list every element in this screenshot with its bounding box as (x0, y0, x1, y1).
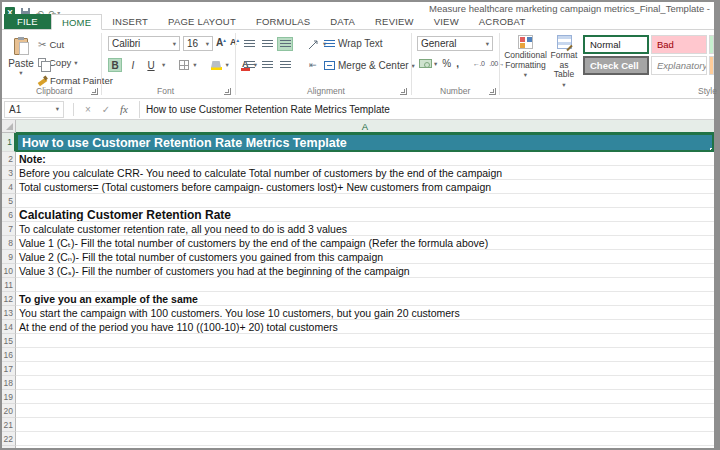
align-center-button[interactable] (259, 58, 275, 72)
row-header-20[interactable]: 20 (2, 404, 16, 418)
italic-button[interactable]: I (126, 58, 140, 72)
tab-page-layout[interactable]: PAGE LAYOUT (158, 14, 246, 29)
bold-button[interactable]: B (108, 58, 122, 72)
cut-button[interactable]: ✂ Cut (38, 38, 64, 51)
name-box-dropdown-icon[interactable]: ▾ (56, 105, 59, 113)
cell-A18[interactable] (16, 376, 714, 390)
comma-style-button[interactable]: , (456, 58, 459, 69)
tab-home[interactable]: HOME (51, 14, 102, 30)
cell-A8[interactable]: Value 1 (Cₜ)- Fill the total number of c… (16, 236, 714, 250)
orientation-button[interactable] (305, 37, 321, 51)
accounting-dropdown-icon[interactable]: ▾ (434, 60, 437, 68)
confirm-entry-icon[interactable]: ✓ (97, 104, 115, 115)
cell-A7[interactable]: To calculate customer retention rate, al… (16, 222, 714, 236)
name-box[interactable]: A1 ▾ (4, 101, 64, 118)
row-header-1[interactable]: 1 (2, 133, 16, 152)
paste-dropdown-icon[interactable]: ▾ (19, 69, 22, 77)
cell-style-sliver-input[interactable] (709, 56, 714, 75)
cell-A15[interactable] (16, 334, 714, 348)
top-align-button[interactable] (241, 37, 257, 51)
column-header-a[interactable]: A (16, 120, 714, 133)
tab-formulas[interactable]: FORMULAS (246, 14, 320, 29)
number-dialog-launcher-icon[interactable] (489, 88, 496, 95)
number-format-select[interactable]: General ▾ (417, 36, 493, 51)
cell-A5[interactable] (16, 194, 714, 208)
wrap-text-button[interactable]: Wrap Text (324, 38, 383, 49)
tab-insert[interactable]: INSERT (102, 14, 158, 29)
row-header-13[interactable]: 13 (2, 306, 16, 320)
row-header-22[interactable]: 22 (2, 432, 16, 446)
cell-A22[interactable] (16, 432, 714, 446)
tab-acrobat[interactable]: ACROBAT (469, 14, 536, 29)
tab-view[interactable]: VIEW (424, 14, 469, 29)
font-name-select[interactable]: Calibri ▾ (108, 36, 180, 51)
cell-A11[interactable] (16, 278, 714, 292)
font-size-select[interactable]: 16 ▾ (183, 36, 213, 51)
cell-A16[interactable] (16, 348, 714, 362)
cell-A6[interactable]: Calculating Customer Retention Rate (16, 208, 714, 222)
fill-color-button[interactable] (211, 61, 222, 70)
cell-A9[interactable]: Value 2 (Cₙ)- Fill the total number of c… (16, 250, 714, 264)
format-as-table-button[interactable]: Format as Table ▾ (548, 35, 580, 89)
row-header-17[interactable]: 17 (2, 362, 16, 376)
cell-A19[interactable] (16, 390, 714, 404)
row-header-2[interactable]: 2 (2, 152, 16, 166)
borders-dropdown-icon[interactable]: ▾ (193, 61, 196, 69)
cell-A2[interactable]: Note: (16, 152, 714, 166)
cell-A14[interactable]: At the end of the period you have 110 ((… (16, 320, 714, 334)
fill-color-dropdown-icon[interactable]: ▾ (226, 61, 229, 69)
formula-input[interactable]: How to use Customer Retention Rate Metri… (139, 101, 714, 118)
format-as-table-dropdown-icon[interactable]: ▾ (562, 80, 565, 90)
merge-center-dropdown-icon[interactable]: ▾ (412, 62, 415, 70)
cell-A17[interactable] (16, 362, 714, 376)
row-header-3[interactable]: 3 (2, 166, 16, 180)
row-header-16[interactable]: 16 (2, 348, 16, 362)
cell-style-normal[interactable]: Normal (583, 35, 649, 54)
conditional-formatting-dropdown-icon[interactable]: ▾ (524, 70, 527, 80)
row-header-11[interactable]: 11 (2, 278, 16, 292)
cell-A10[interactable]: Value 3 (Cₛ)- Fill the number of custome… (16, 264, 714, 278)
underline-dropdown-icon[interactable]: ▾ (162, 61, 165, 69)
merge-center-button[interactable]: Merge & Center ▾ (324, 60, 415, 71)
paste-button[interactable]: Paste ▾ (8, 36, 34, 86)
row-header-12[interactable]: 12 (2, 292, 16, 306)
cell-A23[interactable] (16, 446, 714, 448)
percent-style-button[interactable]: % (442, 58, 451, 69)
cell-A21[interactable] (16, 418, 714, 432)
clipboard-dialog-launcher-icon[interactable] (91, 88, 98, 95)
align-right-button[interactable] (277, 58, 293, 72)
accounting-format-button[interactable]: ▾ (419, 59, 437, 68)
font-dialog-launcher-icon[interactable] (224, 88, 231, 95)
cell-A3[interactable]: Before you calculate CRR- You need to ca… (16, 166, 714, 180)
decrease-indent-button[interactable]: ⇤ (305, 58, 321, 72)
borders-icon[interactable] (179, 60, 189, 70)
cell-style-sliver-good[interactable] (709, 35, 714, 54)
bottom-align-button[interactable] (277, 37, 293, 51)
alignment-dialog-launcher-icon[interactable] (400, 88, 407, 95)
row-header-7[interactable]: 7 (2, 222, 16, 236)
cell-A13[interactable]: You start the campaign with 100 customer… (16, 306, 714, 320)
number-format-dropdown-icon[interactable]: ▾ (486, 40, 489, 48)
cell-A12[interactable]: To give you an example of the same (16, 292, 714, 306)
cell-style-check[interactable]: Check Cell (583, 56, 649, 75)
cell-A1[interactable]: How to use Customer Retention Rate Metri… (16, 133, 714, 152)
row-header-19[interactable]: 19 (2, 390, 16, 404)
row-header-5[interactable]: 5 (2, 194, 16, 208)
align-left-button[interactable] (241, 58, 257, 72)
cell-A4[interactable]: Total customers= (Total customers before… (16, 180, 714, 194)
row-header-23[interactable]: 23 (2, 446, 16, 448)
underline-button[interactable]: U (144, 58, 158, 72)
tab-review[interactable]: REVIEW (365, 14, 424, 29)
middle-align-button[interactable] (259, 37, 275, 51)
increase-font-size-button[interactable]: A▴ (216, 37, 226, 48)
cell-style-bad[interactable]: Bad (651, 35, 707, 54)
select-all-button[interactable] (2, 120, 16, 133)
row-header-18[interactable]: 18 (2, 376, 16, 390)
font-size-dropdown-icon[interactable]: ▾ (206, 40, 209, 48)
copy-dropdown-icon[interactable]: ▾ (74, 59, 77, 67)
font-name-dropdown-icon[interactable]: ▾ (173, 40, 176, 48)
row-header-9[interactable]: 9 (2, 250, 16, 264)
conditional-formatting-button[interactable]: Conditional Formatting ▾ (502, 35, 549, 80)
row-header-6[interactable]: 6 (2, 208, 16, 222)
tab-data[interactable]: DATA (320, 14, 365, 29)
